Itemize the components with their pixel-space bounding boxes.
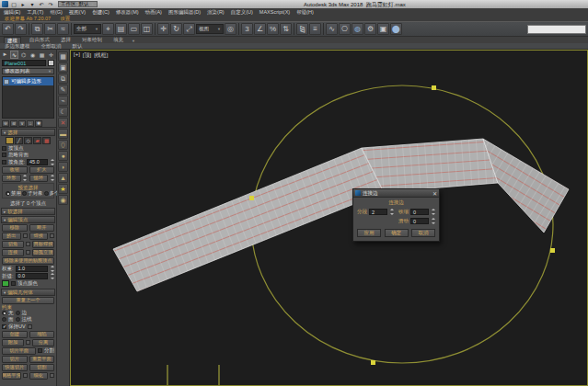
configure-modifier-sets-icon[interactable]: ✱ [35,120,42,127]
meshsmooth-settings-box[interactable] [23,373,28,378]
tab-display-icon[interactable]: ▦ [38,51,46,59]
slice-plane-button[interactable]: 切片平面 [2,347,36,355]
subobject-edge-icon[interactable]: ╱ [15,137,23,144]
connect-settings-box[interactable] [26,250,30,255]
menu-rendering[interactable]: 渲染(R) [207,9,225,16]
ribbon-panel-default[interactable]: 默认 [73,43,83,50]
pinch-spinner[interactable] [431,209,435,215]
object-color-swatch[interactable] [48,60,54,66]
extrude-button[interactable]: 挤出 [2,233,21,240]
viewport-label[interactable]: [+] [顶] [线框] [74,51,109,60]
edit-icon[interactable]: ✎ [58,85,68,95]
use-pivot-point-icon[interactable]: ◎ [225,23,236,35]
menu-modifiers[interactable]: 修改器(M) [116,9,139,16]
attach-button[interactable]: 附加 [2,339,24,346]
constraint-none-radio[interactable] [2,311,6,315]
ribbon-panel-unhide-all[interactable]: 全部取消 [41,43,62,50]
split-checkbox[interactable] [38,348,42,353]
select-and-link-icon[interactable]: ⧉ [31,23,43,35]
by-angle-spinner[interactable] [50,159,54,165]
tab-modify-icon[interactable]: ∿ [10,51,18,59]
rollout-edit-geometry-header[interactable]: ▾ 编辑几何体 [1,289,55,296]
schematic-view-icon[interactable]: ⎔ [339,23,351,35]
subobject-element-icon[interactable]: ▩ [42,137,51,144]
select-and-scale-icon[interactable]: ⤢ [183,23,195,35]
by-angle-field[interactable]: 45.0 [27,159,48,165]
3dsmax-logo-icon[interactable] [2,1,8,7]
remove-modifier-icon[interactable]: ⌂ [27,120,34,127]
remove-unused-map-verts-button[interactable]: 移除未使用的贴图顶点 [2,257,54,265]
redo-quick-icon[interactable]: ↷ [47,1,54,7]
tab-utilities-icon[interactable]: ✛ [47,51,55,59]
ring-button[interactable]: 环形 [2,175,21,182]
crease-spinner[interactable] [50,273,54,279]
tab-motion-icon[interactable]: ◉ [29,51,37,59]
cone-primitive-icon[interactable]: ▲ [58,173,68,183]
select-and-move-icon[interactable]: ✛ [157,23,169,35]
apply-button[interactable]: 应用 [357,229,381,237]
mirror-icon[interactable]: ⧎ [296,23,308,35]
meshsmooth-button[interactable]: 网格平滑 [2,372,21,380]
modifier-list-dropdown[interactable]: 修改器列表 ▼ [2,68,54,74]
dialog-title-bar[interactable]: 连接边 ✕ [353,189,439,198]
angle-snap-icon[interactable]: ∠ [254,23,266,35]
geosphere-primitive-icon[interactable]: ◉ [58,195,68,205]
menu-views[interactable]: 视图(V) [69,9,86,16]
preview-multi-radio[interactable] [44,191,49,196]
loop-button[interactable]: 循环 [29,175,49,182]
modifier-stack[interactable]: 可编辑多边形 [2,76,54,119]
grow-button[interactable]: 扩大 [29,166,55,174]
tessellate-button[interactable]: 细化 [29,372,49,380]
repeat-last-button[interactable]: 重复上一个 [2,297,54,304]
collapse-button[interactable]: 塌陷 [29,331,55,338]
grid-icon[interactable]: ▦ [58,51,68,62]
remove-button[interactable]: 移除 [2,224,28,232]
viewport-menu-shading[interactable]: [线框] [94,51,108,60]
vertex-color-checkbox[interactable] [11,281,16,286]
weight-field[interactable]: 1.0 [16,266,48,272]
slice-button[interactable]: 切片 [2,356,28,363]
ok-button[interactable]: 确定 [385,229,409,237]
menu-maxscript[interactable]: MAXScript(X) [259,9,290,15]
cancel-button[interactable]: 取消 [411,229,435,237]
segments-spinner[interactable] [389,209,394,215]
close-icon[interactable]: ✕ [432,190,437,197]
ribbon-tab-object-paint[interactable]: 对象绘制 [79,37,105,43]
viewport-menu-plus[interactable]: [+] [74,51,80,60]
subobject-border-icon[interactable]: ◇ [24,137,32,144]
preview-disable-radio[interactable] [6,191,10,196]
pinch-field[interactable]: 0 [410,209,429,215]
menu-customize[interactable]: 自定义(U) [231,9,253,16]
cut-button[interactable]: 切割 [29,364,55,371]
menu-help[interactable]: 帮助(H) [296,9,314,16]
undo-quick-icon[interactable]: ↶ [38,1,45,7]
viewport-menu-view[interactable]: [顶] [83,51,91,60]
rendered-frame-window-icon[interactable]: ▣ [377,23,389,35]
shrink-button[interactable]: 收缩 [2,166,28,174]
select-object-icon[interactable]: ⌖ [102,23,114,35]
workspace-dropdown[interactable]: 工作区: 默认 ▼ [58,1,98,7]
loop-spinner[interactable] [50,175,54,181]
weld-settings-box[interactable] [50,233,54,238]
moon-icon[interactable]: ☾ [58,107,68,117]
menu-animation[interactable]: 动画(A) [145,9,162,16]
slide-spinner[interactable] [431,218,435,224]
unlink-selection-icon[interactable]: ✂ [44,23,56,35]
rectangular-selection-region-icon[interactable]: ▭ [128,23,140,35]
ribbon-tab-populate[interactable]: 填充 [110,37,126,43]
create-button[interactable]: 创建 [2,331,28,338]
preserve-uv-settings-box[interactable] [28,324,32,329]
make-unique-icon[interactable]: ∨ [18,120,26,127]
stack-entry-editable-poly[interactable]: 可编辑多边形 [3,77,53,85]
pin-stack-icon[interactable]: ⊝ [2,120,9,127]
bind-to-space-warp-icon[interactable]: ≈ [57,23,69,35]
rollout-edit-vertices-header[interactable]: ▾ 编辑顶点 [1,216,55,223]
sphere-primitive-icon[interactable]: ● [58,151,68,161]
spinner-snap-icon[interactable]: ⇅ [280,23,292,35]
subobject-vertex-icon[interactable]: ∴ [6,137,14,144]
break-button[interactable]: 断开 [29,224,55,232]
rollout-selection-header[interactable]: ▾ 选择 [1,129,55,136]
save-file-icon[interactable]: ▾ [29,1,36,7]
box-mode-icon[interactable]: ▣ [58,62,68,73]
delete-icon[interactable]: ✕ [58,118,68,128]
